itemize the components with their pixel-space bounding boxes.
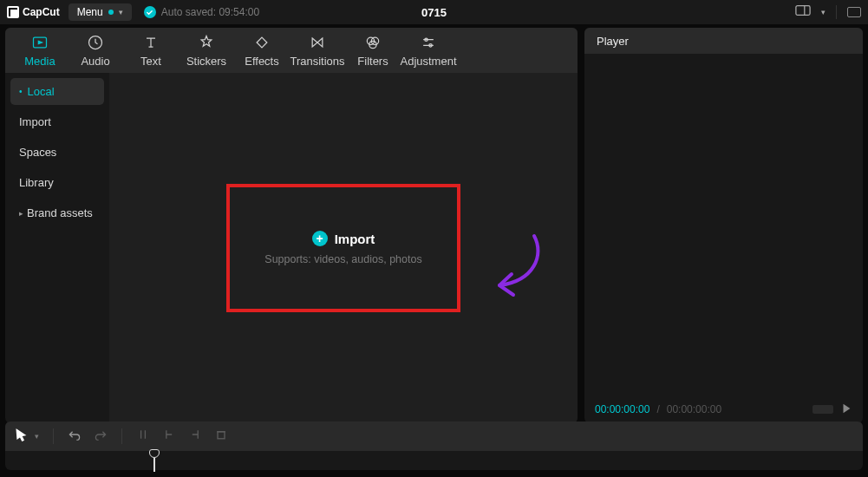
trim-left-button[interactable] — [162, 428, 176, 445]
tool-tabs: Media Audio Text Stickers Effects Transi… — [5, 28, 578, 73]
player-header: Player — [584, 28, 863, 54]
transitions-icon — [309, 34, 326, 51]
import-box: + Import Supports: videos, audios, photo… — [230, 187, 457, 309]
tab-label: Adjustment — [400, 55, 456, 68]
source-label: Local — [28, 85, 55, 98]
import-supports-text: Supports: videos, audios, photos — [264, 253, 421, 265]
media-icon — [31, 34, 49, 51]
source-item-import[interactable]: Import — [10, 108, 104, 135]
source-item-local[interactable]: Local — [10, 78, 104, 105]
plus-circle-icon: + — [312, 231, 328, 246]
player-progress-stub — [813, 405, 833, 414]
tab-media[interactable]: Media — [12, 28, 68, 73]
timecode-total: 00:00:00:00 — [667, 403, 721, 415]
tab-label: Effects — [245, 55, 279, 68]
check-circle-icon — [144, 6, 156, 18]
undo-button[interactable] — [68, 428, 82, 445]
window-layout-button[interactable] — [847, 7, 861, 17]
audio-icon — [87, 34, 104, 51]
chevron-down-icon[interactable]: ▾ — [35, 432, 39, 441]
titlebar-right: ▾ — [795, 4, 861, 20]
menu-label: Menu — [77, 6, 103, 18]
player-controls: 00:00:00:00 / 00:00:00:00 — [584, 395, 863, 423]
tab-label: Audio — [81, 55, 109, 68]
menu-button[interactable]: Menu ▾ — [69, 3, 132, 21]
import-drop-area[interactable]: + Import Supports: videos, audios, photo… — [109, 73, 578, 423]
svg-rect-9 — [218, 432, 225, 439]
separator — [836, 5, 837, 19]
media-panel: Media Audio Text Stickers Effects Transi… — [5, 28, 578, 423]
pointer-tool[interactable] — [14, 428, 28, 445]
separator — [121, 428, 122, 444]
tab-filters[interactable]: Filters — [345, 28, 401, 73]
chevron-right-icon: ▸ — [19, 209, 23, 218]
autosave-status: Auto saved: 09:54:00 — [144, 6, 259, 18]
effects-icon — [253, 34, 271, 51]
timeline-toolbar: ▾ — [5, 421, 863, 451]
player-panel: Player 00:00:00:00 / 00:00:00:00 — [584, 28, 863, 423]
redo-button[interactable] — [94, 428, 108, 445]
aspect-ratio-button[interactable] — [795, 4, 811, 20]
source-label: Import — [19, 115, 51, 128]
tab-label: Transitions — [290, 55, 344, 68]
source-item-spaces[interactable]: Spaces — [10, 139, 104, 166]
tab-label: Media — [24, 55, 55, 68]
timecode-sep: / — [656, 403, 659, 415]
trim-right-button[interactable] — [188, 428, 202, 445]
split-button[interactable] — [136, 428, 150, 445]
chevron-down-icon: ▾ — [821, 8, 826, 16]
brand: CapCut — [7, 6, 60, 18]
project-title[interactable]: 0715 — [421, 6, 447, 19]
text-icon — [142, 34, 160, 51]
source-label: Library — [19, 176, 54, 189]
source-list: Local Import Spaces Library ▸ Brand asse… — [5, 73, 109, 423]
tab-effects[interactable]: Effects — [234, 28, 290, 73]
source-item-library[interactable]: Library — [10, 169, 104, 196]
import-label: Import — [335, 232, 375, 246]
media-browser: Local Import Spaces Library ▸ Brand asse… — [5, 73, 578, 423]
capcut-logo-icon — [7, 6, 19, 18]
menu-dot-icon — [108, 10, 114, 15]
adjustment-icon — [420, 34, 437, 51]
tab-adjustment[interactable]: Adjustment — [401, 28, 456, 73]
autosave-text: Auto saved: 09:54:00 — [161, 6, 259, 18]
delete-button[interactable] — [214, 428, 228, 445]
svg-rect-0 — [796, 6, 810, 16]
playhead[interactable] — [149, 449, 160, 472]
tab-label: Text — [140, 55, 161, 68]
timecode-current: 00:00:00:00 — [595, 403, 649, 415]
player-viewport[interactable] — [584, 54, 863, 395]
tab-audio[interactable]: Audio — [68, 28, 123, 73]
stickers-icon — [198, 34, 215, 51]
annotation-highlight-box — [226, 184, 460, 312]
brand-text: CapCut — [23, 6, 60, 18]
import-button[interactable]: + Import — [312, 231, 375, 246]
source-label: Brand assets — [27, 206, 93, 219]
annotation-arrow — [482, 229, 551, 310]
timeline-panel: ▾ — [5, 421, 863, 470]
play-button[interactable] — [840, 402, 852, 417]
main-content: Media Audio Text Stickers Effects Transi… — [0, 24, 868, 423]
tab-stickers[interactable]: Stickers — [179, 28, 234, 73]
timeline-track[interactable] — [5, 451, 863, 470]
filters-icon — [364, 34, 382, 51]
title-bar: CapCut Menu ▾ Auto saved: 09:54:00 0715 … — [0, 0, 868, 24]
tab-transitions[interactable]: Transitions — [290, 28, 345, 73]
chevron-down-icon: ▾ — [119, 8, 123, 16]
tab-label: Filters — [357, 55, 388, 68]
source-item-brand-assets[interactable]: ▸ Brand assets — [10, 199, 104, 226]
tab-text[interactable]: Text — [123, 28, 179, 73]
separator — [53, 428, 54, 444]
source-label: Spaces — [19, 146, 56, 159]
player-title: Player — [597, 35, 629, 48]
tab-label: Stickers — [186, 55, 226, 68]
